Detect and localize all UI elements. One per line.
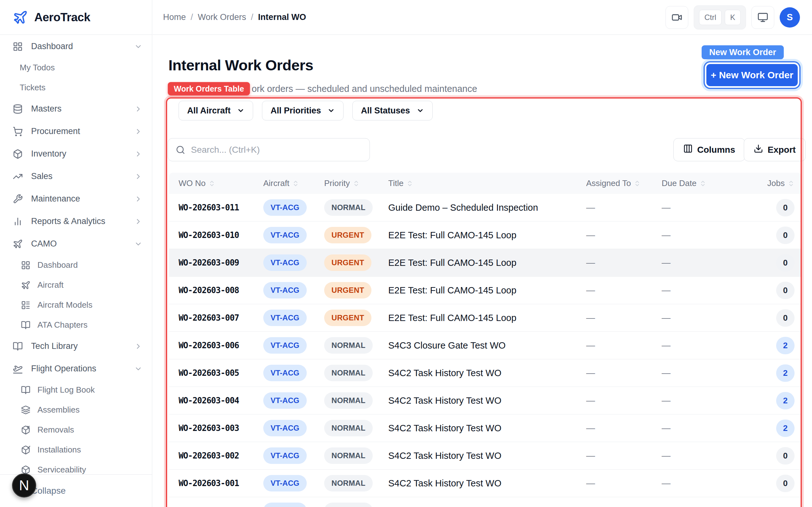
aircraft-badge: VT-ACG [263, 337, 307, 354]
subtitle-row: Work Orders Table ork orders — scheduled… [168, 82, 477, 96]
sidebar-item-maintenance[interactable]: Maintenance [0, 187, 152, 210]
column-header-due-date[interactable]: Due Date [662, 178, 742, 188]
sidebar-item-masters[interactable]: Masters [0, 98, 152, 120]
table-row-wo-202603-009[interactable]: WO-202603-009VT-ACGURGENTE2E Test: Full … [169, 249, 801, 277]
sidebar-item-aircraft[interactable]: Aircraft [0, 275, 152, 295]
table-row-wo-202603-011[interactable]: WO-202603-011VT-ACGNORMALGuide Demo – Sc… [169, 194, 801, 222]
priority-badge: NORMAL [324, 420, 373, 436]
columns-button[interactable]: Columns [673, 138, 745, 161]
breadcrumb-link-work-orders[interactable]: Work Orders [198, 12, 247, 22]
priority-badge: NORMAL [324, 392, 373, 409]
sidebar-item-assemblies[interactable]: Assemblies [0, 400, 152, 420]
sidebar-item-inventory[interactable]: Inventory [0, 143, 152, 165]
wrench-icon [13, 194, 23, 204]
screen-record-button[interactable] [665, 6, 688, 29]
jobs-cell: 0 [742, 475, 795, 492]
shortcut-hint[interactable]: CtrlK [694, 5, 746, 30]
book-open-icon [21, 385, 31, 395]
jobs-count-badge: 0 [776, 309, 795, 327]
new-work-order-button[interactable]: + New Work Order [706, 64, 798, 86]
wo-number: WO-202603-010 [179, 230, 263, 240]
column-header-title[interactable]: Title [388, 178, 586, 188]
jobs-count-badge: 0 [776, 199, 795, 216]
sidebar-item-my-todos[interactable]: My Todos [0, 58, 152, 78]
priority-cell: URGENT [324, 309, 388, 326]
sidebar-item-aircraft-models[interactable]: Aircraft Models [0, 295, 152, 315]
breadcrumb-link-home[interactable]: Home [163, 12, 186, 22]
priority-cell: URGENT [324, 227, 388, 243]
sidebar-item-tickets[interactable]: Tickets [0, 78, 152, 98]
table-row-wo-202603-008[interactable]: WO-202603-008VT-ACGURGENTE2E Test: Full … [169, 277, 801, 304]
filter-select-all-priorities[interactable]: All Priorities [262, 101, 344, 120]
filter-select-all-aircraft[interactable]: All Aircraft [179, 101, 253, 120]
priority-cell: NORMAL [324, 337, 388, 354]
export-button[interactable]: Export [744, 138, 806, 161]
table-row-wo-202603-005[interactable]: WO-202603-005VT-ACGNORMALS4C2 Task Histo… [169, 359, 801, 387]
sidebar-item-label: Aircraft Models [38, 300, 92, 310]
display-button[interactable] [751, 6, 774, 29]
sidebar-item-flight-log-book[interactable]: Flight Log Book [0, 380, 152, 400]
wo-title: E2E Test: Full CAMO-145 Loop [388, 258, 586, 268]
table-row-wo-202603-004[interactable]: WO-202603-004VT-ACGNORMALS4C2 Task Histo… [169, 387, 801, 414]
jobs-count-badge: 0 [776, 227, 795, 244]
priority-badge: URGENT [324, 282, 371, 298]
assigned-to-value: — [586, 423, 662, 433]
sidebar-item-camo[interactable]: CAMO [0, 233, 152, 255]
table-row-wo-202603-003[interactable]: WO-202603-003VT-ACGNORMALS4C2 Task Histo… [169, 414, 801, 442]
sidebar-item-ata-chapters[interactable]: ATA Chapters [0, 315, 152, 335]
sidebar-item-installations[interactable]: Installations [0, 440, 152, 460]
column-label: Aircraft [263, 178, 289, 188]
sidebar-item-tech-library[interactable]: Tech Library [0, 335, 152, 357]
table-row-wo-202603-010[interactable]: WO-202603-010VT-ACGURGENTE2E Test: Full … [169, 222, 801, 249]
column-header-jobs[interactable]: Jobs [742, 178, 795, 188]
top-header: Home/Work Orders/Internal WO CtrlK S [153, 0, 812, 35]
filter-value: All Statuses [361, 106, 410, 116]
export-btn-label: Export [768, 145, 796, 155]
sidebar-item-procurement[interactable]: Procurement [0, 120, 152, 143]
column-header-wo-no[interactable]: WO No [179, 178, 263, 188]
breadcrumb-separator: / [251, 12, 253, 22]
wo-number: WO-202603-004 [179, 396, 263, 405]
aircraft-cell: VT-ACG [263, 282, 324, 298]
main-area: Home/Work Orders/Internal WO CtrlK S Int… [153, 0, 812, 507]
columns-icon [683, 144, 693, 156]
sidebar-item-label: Dashboard [31, 42, 73, 51]
table-row-wo-202603-001[interactable]: WO-202603-001VT-ACGNORMALS4C2 Task Histo… [169, 469, 801, 497]
search-input[interactable] [191, 145, 362, 155]
wo-number: WO-202603-009 [179, 258, 263, 268]
table-row-wo-202603-007[interactable]: WO-202603-007VT-ACGURGENTE2E Test: Full … [169, 304, 801, 332]
due-date-value: — [662, 230, 742, 240]
download-icon [754, 144, 763, 156]
sidebar-item-label: My Todos [20, 63, 55, 72]
table-header-row: WO NoAircraftPriorityTitleAssigned ToDue… [169, 173, 801, 194]
sidebar-item-dashboard[interactable]: Dashboard [0, 255, 152, 275]
dev-indicator-badge[interactable]: N [12, 473, 36, 498]
sidebar-item-flight-operations[interactable]: Flight Operations [0, 357, 152, 380]
filter-select-all-statuses[interactable]: All Statuses [352, 101, 433, 120]
keycap-ctrl: Ctrl [699, 10, 722, 25]
sidebar-item-removals[interactable]: Removals [0, 420, 152, 440]
sidebar-item-sales[interactable]: Sales [0, 165, 152, 187]
table-body: WO-202603-011VT-ACGNORMALGuide Demo – Sc… [169, 194, 801, 507]
aircraft-badge: VT-ACG [263, 255, 307, 271]
package-icon [13, 149, 23, 159]
column-header-assigned-to[interactable]: Assigned To [586, 178, 662, 188]
sort-icon [208, 180, 215, 187]
table-row-partial[interactable]: VT-ACGNORMAL [169, 497, 801, 507]
plane-icon [21, 280, 31, 290]
page-title: Internal Work Orders [168, 56, 313, 74]
sidebar-item-label: Flight Operations [31, 364, 96, 374]
user-avatar[interactable]: S [780, 7, 800, 27]
table-row-wo-202603-006[interactable]: WO-202603-006VT-ACGNORMALS4C3 Closure Ga… [169, 332, 801, 359]
sidebar-item-reports-analytics[interactable]: Reports & Analytics [0, 210, 152, 233]
column-header-priority[interactable]: Priority [324, 178, 388, 188]
sidebar-item-dashboard[interactable]: Dashboard [0, 35, 152, 58]
due-date-value: — [662, 423, 742, 433]
jobs-count-badge: 2 [776, 337, 795, 354]
column-header-aircraft[interactable]: Aircraft [263, 178, 324, 188]
sidebar-item-serviceability[interactable]: Serviceability [0, 460, 152, 474]
aircraft-cell: VT-ACG [263, 420, 324, 436]
aircraft-badge: VT-ACG [263, 447, 307, 464]
priority-badge: NORMAL [324, 475, 373, 492]
table-row-wo-202603-002[interactable]: WO-202603-002VT-ACGNORMALS4C2 Task Histo… [169, 442, 801, 469]
